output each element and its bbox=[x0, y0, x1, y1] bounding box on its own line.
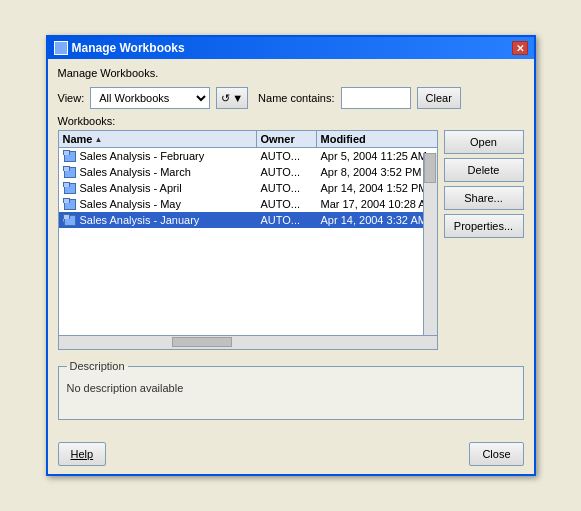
workbook-icon bbox=[63, 150, 77, 162]
row-name-cell: Sales Analysis - March bbox=[59, 165, 257, 179]
table-row[interactable]: Sales Analysis - April AUTO... Apr 14, 2… bbox=[59, 180, 437, 196]
table-header: Name ▲ Owner Modified bbox=[59, 131, 437, 148]
scroll-thumb[interactable] bbox=[424, 153, 436, 183]
refresh-button[interactable]: ↺ ▼ bbox=[216, 87, 248, 109]
col-header-owner[interactable]: Owner bbox=[257, 131, 317, 147]
vertical-scrollbar[interactable] bbox=[423, 153, 437, 349]
share-button[interactable]: Share... bbox=[444, 186, 524, 210]
workbook-icon bbox=[63, 214, 77, 226]
properties-button[interactable]: Properties... bbox=[444, 214, 524, 238]
row-owner-cell: AUTO... bbox=[257, 197, 317, 211]
col-header-modified[interactable]: Modified bbox=[317, 131, 437, 147]
description-fieldset: Description No description available bbox=[58, 360, 524, 420]
sort-arrow-icon: ▲ bbox=[94, 135, 102, 144]
workbook-icon bbox=[63, 166, 77, 178]
svg-rect-0 bbox=[64, 216, 74, 225]
table-row[interactable]: Sales Analysis - May AUTO... Mar 17, 200… bbox=[59, 196, 437, 212]
table-row[interactable]: Sales Analysis - February AUTO... Apr 5,… bbox=[59, 148, 437, 164]
row-name-cell: Sales Analysis - February bbox=[59, 149, 257, 163]
row-modified-cell: Apr 8, 2004 3:52 PM bbox=[317, 165, 437, 179]
refresh-icon: ↺ bbox=[221, 92, 230, 105]
table-body: Sales Analysis - February AUTO... Apr 5,… bbox=[59, 148, 437, 228]
bottom-bar: Help Close bbox=[48, 434, 534, 474]
toolbar-row: View: All Workbooks My Workbooks Public … bbox=[58, 87, 524, 109]
table-inner: Name ▲ Owner Modified Sales Analy bbox=[59, 131, 437, 335]
description-legend: Description bbox=[67, 360, 128, 372]
row-name-cell: Sales Analysis - May bbox=[59, 197, 257, 211]
title-bar: Manage Workbooks ✕ bbox=[48, 37, 534, 59]
dialog-icon bbox=[54, 41, 68, 55]
row-owner-cell: AUTO... bbox=[257, 181, 317, 195]
delete-button[interactable]: Delete bbox=[444, 158, 524, 182]
row-modified-cell: Apr 14, 2004 1:52 PM bbox=[317, 181, 437, 195]
table-row[interactable]: Sales Analysis - March AUTO... Apr 8, 20… bbox=[59, 164, 437, 180]
row-owner-cell: AUTO... bbox=[257, 213, 317, 227]
title-bar-text: Manage Workbooks bbox=[54, 41, 185, 55]
horizontal-scrollbar[interactable] bbox=[59, 335, 437, 349]
description-section: Description No description available bbox=[58, 360, 524, 420]
dropdown-arrow-icon: ▼ bbox=[232, 92, 243, 104]
dialog-body: Manage Workbooks. View: All Workbooks My… bbox=[48, 59, 534, 428]
workbook-icon bbox=[63, 198, 77, 210]
close-button[interactable]: Close bbox=[469, 442, 523, 466]
help-button[interactable]: Help bbox=[58, 442, 107, 466]
svg-line-2 bbox=[63, 216, 64, 222]
workbooks-label: Workbooks: bbox=[58, 115, 524, 127]
table-row-selected[interactable]: Sales Analysis - January AUTO... Apr 14,… bbox=[59, 212, 437, 228]
name-contains-input[interactable] bbox=[341, 87, 411, 109]
list-container: Name ▲ Owner Modified Sales Analy bbox=[58, 130, 438, 350]
row-name-cell: Sales Analysis - April bbox=[59, 181, 257, 195]
row-name-cell: Sales Analysis - January bbox=[59, 213, 257, 227]
clear-button[interactable]: Clear bbox=[417, 87, 461, 109]
workbook-icon bbox=[63, 182, 77, 194]
workbook-table: Name ▲ Owner Modified Sales Analy bbox=[58, 130, 438, 350]
side-buttons: Open Delete Share... Properties... bbox=[444, 130, 524, 350]
name-contains-label: Name contains: bbox=[258, 92, 334, 104]
col-header-name[interactable]: Name ▲ bbox=[59, 131, 257, 147]
row-modified-cell: Mar 17, 2004 10:28 AM bbox=[317, 197, 437, 211]
description-text: No description available bbox=[67, 382, 515, 394]
view-select[interactable]: All Workbooks My Workbooks Public Workbo… bbox=[90, 87, 210, 109]
row-owner-cell: AUTO... bbox=[257, 149, 317, 163]
row-modified-cell: Apr 5, 2004 11:25 AM bbox=[317, 149, 437, 163]
manage-workbooks-dialog: Manage Workbooks ✕ Manage Workbooks. Vie… bbox=[46, 35, 536, 476]
h-scroll-thumb[interactable] bbox=[172, 337, 232, 347]
open-button[interactable]: Open bbox=[444, 130, 524, 154]
row-owner-cell: AUTO... bbox=[257, 165, 317, 179]
row-modified-cell: Apr 14, 2004 3:32 AM bbox=[317, 213, 437, 227]
svg-rect-1 bbox=[63, 215, 68, 219]
dialog-title: Manage Workbooks bbox=[72, 41, 185, 55]
view-label: View: bbox=[58, 92, 85, 104]
close-title-button[interactable]: ✕ bbox=[512, 41, 528, 55]
dialog-heading: Manage Workbooks. bbox=[58, 67, 524, 79]
main-area: Name ▲ Owner Modified Sales Analy bbox=[58, 130, 524, 350]
